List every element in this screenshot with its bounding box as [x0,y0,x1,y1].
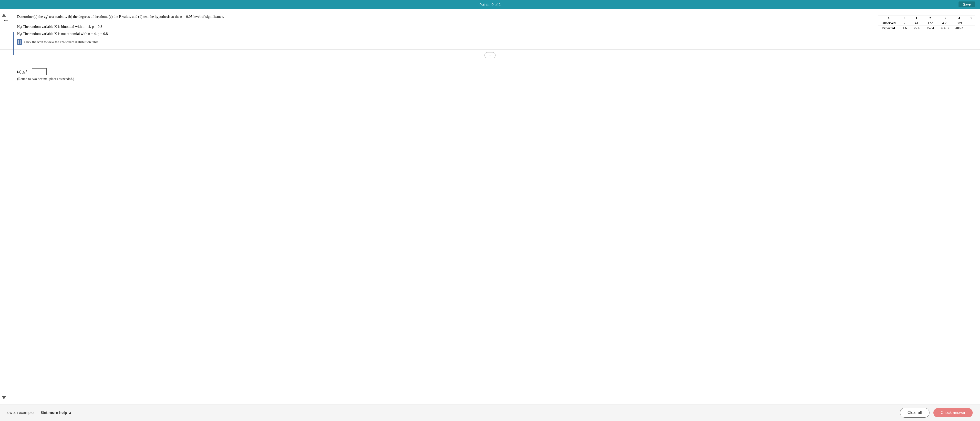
table-header-extra: □ [967,16,975,21]
expected-val-3: 406.3 [937,26,952,31]
observed-val-extra [967,21,975,26]
answer-part-a-label: (a) χ02 = [17,68,963,75]
table-header-x: X [878,16,899,21]
view-example-link[interactable]: ew an example [7,410,34,415]
observed-row: Observed 2 41 122 438 389 [878,21,975,26]
observed-expected-table: X 0 1 2 3 4 □ Observed 2 41 122 [878,16,975,31]
expected-val-extra [967,26,975,31]
round-note: (Round to two decimal places as needed.) [17,77,963,81]
get-more-help-button[interactable]: Get more help ▲ [41,410,72,415]
answer-area: (a) χ02 = (Round to two decimal places a… [0,61,980,404]
expected-val-2: 152.4 [923,26,937,31]
left-accent-bar [13,32,14,55]
expand-area: ··· [0,50,980,61]
main-question-text: Determine (a) the χ02 test statistic, (b… [17,14,871,20]
check-answer-button[interactable]: Check answer [933,408,973,417]
save-button[interactable]: Save [959,2,975,7]
table-header-3: 3 [937,16,952,21]
part-a-text: (a) χ02 = [17,69,30,75]
arrow-down-icon[interactable] [2,396,6,399]
chi-square-table-link-text[interactable]: Click the icon to view the chi-square di… [24,40,99,44]
hypothesis-block: H0: The random variable X is binomial wi… [17,24,871,45]
main-content: ← Determine (a) the χ02 test statistic, … [0,9,980,404]
bottom-bar: ew an example Get more help ▲ Clear all … [0,404,980,421]
back-arrow-button[interactable]: ← [2,16,9,24]
top-bar: Points: 0 of 2 Save [0,0,980,9]
observed-val-2: 122 [923,21,937,26]
expected-row: Expected 1.6 25.4 152.4 406.3 406.3 [878,26,975,31]
expected-val-4: 406.3 [952,26,967,31]
nav-arrows [2,9,6,404]
observed-val-4: 389 [952,21,967,26]
observed-val-3: 438 [937,21,952,26]
table-header-4: 4 [952,16,967,21]
observed-val-0: 2 [899,21,910,26]
expected-val-0: 1.6 [899,26,910,31]
book-icon[interactable] [17,39,22,44]
bottom-left: ew an example Get more help ▲ [7,410,72,415]
data-table-container: X 0 1 2 3 4 □ Observed 2 41 122 [878,16,975,44]
observed-label: Observed [878,21,899,26]
question-area: Determine (a) the χ02 test statistic, (b… [0,9,980,50]
expand-button[interactable]: ··· [485,52,495,58]
table-header-1: 1 [910,16,923,21]
chi-square-table-link-line: Click the icon to view the chi-square di… [17,39,871,44]
alt-hypothesis: H1: The random variable X is not binomia… [17,31,871,37]
clear-all-button[interactable]: Clear all [900,408,929,418]
observed-val-1: 41 [910,21,923,26]
expected-val-1: 25.4 [910,26,923,31]
table-header-2: 2 [923,16,937,21]
bottom-right: Clear all Check answer [900,408,973,418]
chi-square-input[interactable] [32,68,47,75]
expected-label: Expected [878,26,899,31]
points-text: Points: 0 of 2 [479,2,501,6]
question-text-block: Determine (a) the χ02 test statistic, (b… [17,14,871,44]
null-hypothesis: H0: The random variable X is binomial wi… [17,24,871,30]
table-header-0: 0 [899,16,910,21]
